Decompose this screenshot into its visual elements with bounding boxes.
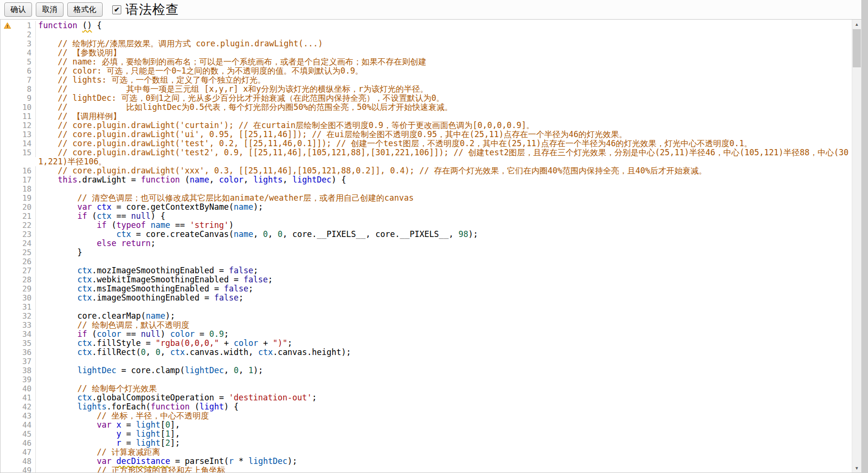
code-line[interactable]: 28 ctx.webkitImageSmoothingEnabled = fal… [0, 275, 852, 284]
scroll-up-arrow[interactable]: ▲ [852, 20, 861, 29]
format-button[interactable]: 格式化 [67, 2, 103, 17]
code-line[interactable]: ! 1function () { [0, 21, 852, 30]
code-line[interactable]: 6 // color: 可选，只能是一个0~1之间的数，为不透明度的值。不填则默… [0, 66, 852, 75]
cancel-button[interactable]: 取消 [36, 2, 64, 17]
code-line[interactable]: 34 if (color == null) color = 0.9; [0, 330, 852, 339]
code-line[interactable]: 33 // 绘制色调层，默认不透明度 [0, 321, 852, 330]
code-line-text[interactable]: r = light[2]; [36, 439, 852, 448]
code-line[interactable]: 49 // 正方形区域的直径和左上角坐标 [0, 466, 852, 473]
code-line-text[interactable]: var decDistance = parseInt(r * lightDec)… [36, 457, 852, 466]
code-line[interactable]: 18 [0, 184, 852, 194]
code-line[interactable]: 17 this.drawLight = function (name, colo… [0, 175, 852, 184]
code-line[interactable]: 32 core.clearMap(name); [0, 312, 852, 321]
code-line-text[interactable]: function () { [36, 21, 852, 30]
code-line-text[interactable]: lightDec = core.clamp(lightDec, 0, 1); [36, 366, 852, 375]
code-line[interactable]: 12 // core.plugin.drawLight('curtain'); … [0, 121, 852, 130]
code-line-text[interactable]: // 【参数说明】 [36, 48, 852, 57]
code-line[interactable]: 4 // 【参数说明】 [0, 48, 852, 57]
code-line[interactable]: 25 } [0, 248, 852, 257]
code-line[interactable]: 27 ctx.mozImageSmoothingEnabled = false; [0, 266, 852, 275]
code-line-text[interactable]: ctx.fillStyle = "rgba(0,0,0," + color + … [36, 339, 852, 348]
code-line[interactable]: 24 else return; [0, 239, 852, 248]
code-line[interactable]: 10 // 比如lightDec为0.5代表，每个灯光部分内圈50%的范围全亮，… [0, 103, 852, 112]
code-line[interactable]: 36 ctx.fillRect(0, 0, ctx.canvas.width, … [0, 348, 852, 357]
code-line[interactable]: 13 // core.plugin.drawLight('ui', 0.95, … [0, 130, 852, 139]
code-line[interactable]: 47 // 计算衰减距离 [0, 448, 852, 457]
code-line-text[interactable] [36, 357, 852, 366]
code-line[interactable]: 9 // lightDec: 可选，0到1之间，光从多少百分比才开始衰减（在此范… [0, 94, 852, 103]
code-editor[interactable]: ! 1function () {23 // 绘制灯光/漆黑层效果。调用方式 co… [0, 19, 861, 473]
code-line-text[interactable]: // 坐标，半径，中心不透明度 [36, 411, 852, 420]
code-line[interactable]: 7 // lights: 可选，一个数组，定义了每个独立的灯光。 [0, 75, 852, 85]
code-line[interactable]: 15 // core.plugin.drawLight('test2', 0.9… [0, 148, 852, 166]
code-line[interactable]: 48 var decDistance = parseInt(r * lightD… [0, 457, 852, 466]
code-line-text[interactable] [36, 257, 852, 266]
code-line-text[interactable]: } [36, 248, 852, 257]
confirm-button[interactable]: 确认 [4, 2, 32, 17]
code-line-text[interactable] [36, 184, 852, 194]
code-line[interactable]: 40 // 绘制每个灯光效果 [0, 384, 852, 393]
code-line-text[interactable]: this.drawLight = function (name, color, … [36, 175, 852, 184]
code-line[interactable]: 41 ctx.globalCompositeOperation = 'desti… [0, 393, 852, 402]
code-line-text[interactable]: // 绘制色调层，默认不透明度 [36, 321, 852, 330]
code-line[interactable]: 26 [0, 257, 852, 266]
code-line-text[interactable]: y = light[1], [36, 430, 852, 439]
code-line-text[interactable]: lights.forEach(function (light) { [36, 402, 852, 411]
code-line[interactable]: 38 lightDec = core.clamp(lightDec, 0, 1)… [0, 366, 852, 375]
scroll-down-arrow[interactable]: ▼ [852, 463, 861, 473]
code-line-text[interactable]: // core.plugin.drawLight('ui', 0.95, [[2… [36, 130, 852, 139]
code-line-text[interactable]: ctx.webkitImageSmoothingEnabled = false; [36, 275, 852, 284]
code-line-text[interactable]: // 其中每一项是三元组 [x,y,r] x和y分别为该灯光的横纵坐标，r为该灯… [36, 85, 852, 94]
code-line[interactable]: 43 // 坐标，半径，中心不透明度 [0, 411, 852, 420]
code-line-text[interactable]: // core.plugin.drawLight('curtain'); // … [36, 121, 852, 130]
code-line[interactable]: 39 [0, 375, 852, 384]
code-line[interactable]: 21 if (ctx == null) { [0, 212, 852, 221]
code-line-text[interactable]: ctx.msImageSmoothingEnabled = false; [36, 284, 852, 293]
code-line[interactable]: 45 y = light[1], [0, 430, 852, 439]
code-line-text[interactable]: // 正方形区域的直径和左上角坐标 [36, 466, 852, 473]
code-line-text[interactable]: // core.plugin.drawLight('test2', 0.9, [… [36, 148, 852, 166]
code-line-text[interactable] [36, 302, 852, 312]
code-line-text[interactable]: var ctx = core.getContextByName(name); [36, 203, 852, 212]
code-line-text[interactable]: // name: 必填，要绘制到的画布名；可以是一个系统画布，或者是个自定义画布… [36, 57, 852, 66]
syntax-check-checkbox[interactable]: ✔ [112, 5, 121, 14]
code-line-text[interactable]: else return; [36, 239, 852, 248]
code-line-text[interactable] [36, 375, 852, 384]
code-line-text[interactable]: // 清空色调层；也可以修改成其它层比如animate/weather层，或者用… [36, 194, 852, 203]
code-line[interactable]: 46 r = light[2]; [0, 439, 852, 448]
code-line[interactable]: 2 [0, 30, 852, 39]
code-line[interactable]: 16 // core.plugin.drawLight('xxx', 0.3, … [0, 166, 852, 175]
code-line[interactable]: 42 lights.forEach(function (light) { [0, 402, 852, 411]
code-line-text[interactable]: // 【调用样例】 [36, 112, 852, 121]
vertical-scrollbar[interactable]: ▲ ▼ [852, 20, 861, 473]
code-line[interactable]: 20 var ctx = core.getContextByName(name)… [0, 203, 852, 212]
code-line-text[interactable]: ctx = core.createCanvas(name, 0, 0, core… [36, 230, 852, 239]
code-line-text[interactable]: if (color == null) color = 0.9; [36, 330, 852, 339]
code-line-text[interactable]: // 计算衰减距离 [36, 448, 852, 457]
code-line[interactable]: 19 // 清空色调层；也可以修改成其它层比如animate/weather层，… [0, 194, 852, 203]
syntax-check-label[interactable]: 语法检查 [126, 1, 179, 18]
code-line[interactable]: 23 ctx = core.createCanvas(name, 0, 0, c… [0, 230, 852, 239]
code-line-text[interactable]: // core.plugin.drawLight('xxx', 0.3, [[2… [36, 166, 852, 175]
code-line-text[interactable]: // 绘制灯光/漆黑层效果。调用方式 core.plugin.drawLight… [36, 39, 852, 48]
scroll-thumb[interactable] [853, 29, 861, 67]
code-lines[interactable]: ! 1function () {23 // 绘制灯光/漆黑层效果。调用方式 co… [0, 20, 852, 473]
code-line-text[interactable]: ctx.mozImageSmoothingEnabled = false; [36, 266, 852, 275]
code-line[interactable]: 30 ctx.imageSmoothingEnabled = false; [0, 293, 852, 302]
code-line-text[interactable]: if (ctx == null) { [36, 212, 852, 221]
code-line[interactable]: 5 // name: 必填，要绘制到的画布名；可以是一个系统画布，或者是个自定义… [0, 57, 852, 66]
code-line[interactable]: 8 // 其中每一项是三元组 [x,y,r] x和y分别为该灯光的横纵坐标，r为… [0, 85, 852, 94]
code-line[interactable]: 44 var x = light[0], [0, 420, 852, 430]
code-line-text[interactable]: // 绘制每个灯光效果 [36, 384, 852, 393]
code-line-text[interactable]: // lightDec: 可选，0到1之间，光从多少百分比才开始衰减（在此范围内… [36, 94, 852, 103]
code-line-text[interactable]: // lights: 可选，一个数组，定义了每个独立的灯光。 [36, 75, 852, 85]
code-line[interactable]: 29 ctx.msImageSmoothingEnabled = false; [0, 284, 852, 293]
code-line-text[interactable]: ctx.globalCompositeOperation = 'destinat… [36, 393, 852, 402]
code-line-text[interactable]: // core.plugin.drawLight('test', 0.2, [[… [36, 139, 852, 148]
code-line[interactable]: 22 if (typeof name == 'string') [0, 221, 852, 230]
code-line-text[interactable]: var x = light[0], [36, 420, 852, 430]
code-line[interactable]: 3 // 绘制灯光/漆黑层效果。调用方式 core.plugin.drawLig… [0, 39, 852, 48]
code-line[interactable]: 35 ctx.fillStyle = "rgba(0,0,0," + color… [0, 339, 852, 348]
code-line-text[interactable]: core.clearMap(name); [36, 312, 852, 321]
code-line[interactable]: 14 // core.plugin.drawLight('test', 0.2,… [0, 139, 852, 148]
